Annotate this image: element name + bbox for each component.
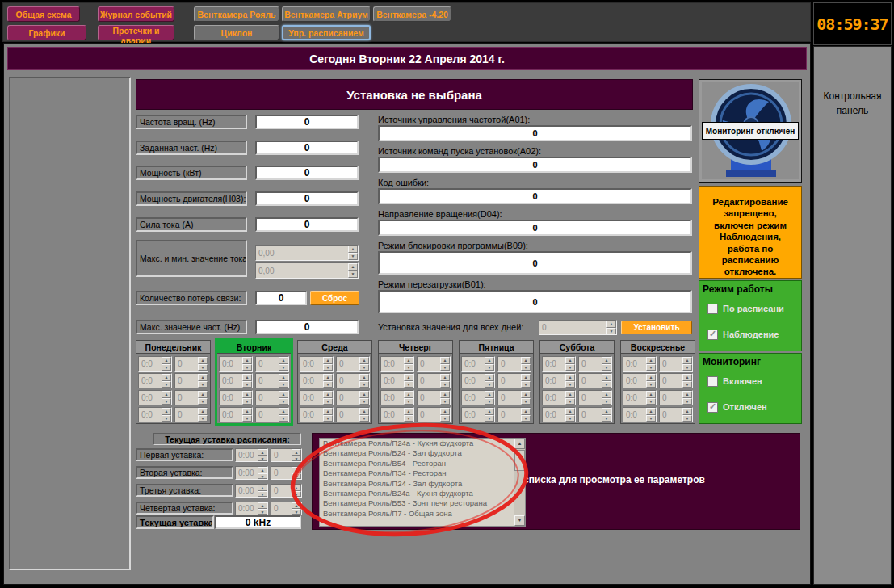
time-spinner[interactable]: 0:0▲▼ <box>219 356 253 372</box>
scroll-down-icon[interactable]: ▼ <box>514 515 525 526</box>
spinner-arrows[interactable]: ▲▼ <box>646 408 656 422</box>
monitoring-option[interactable]: Отключен <box>707 401 801 414</box>
spinner-down-icon[interactable]: ▼ <box>485 398 494 405</box>
spinner-down-icon[interactable]: ▼ <box>162 381 171 388</box>
value-spinner[interactable]: 0▲▼ <box>336 356 370 372</box>
spinner-up-icon[interactable]: ▲ <box>279 391 288 398</box>
spinner-up-icon[interactable]: ▲ <box>198 374 208 381</box>
spinner-up-icon[interactable]: ▲ <box>348 263 358 271</box>
spinner-arrows[interactable]: ▲▼ <box>162 391 171 405</box>
mode-option[interactable]: По расписани <box>707 302 801 315</box>
spinner-down-icon[interactable]: ▼ <box>323 364 333 372</box>
time-spinner[interactable]: 0:0▲▼ <box>380 390 414 405</box>
time-spinner[interactable]: 0:0▲▼ <box>219 373 253 388</box>
spinner-arrows[interactable]: ▲▼ <box>359 374 369 388</box>
spinner-down-icon[interactable]: ▼ <box>198 415 208 422</box>
spinner-down-icon[interactable]: ▼ <box>485 364 494 372</box>
spinner-up-icon[interactable]: ▲ <box>198 391 208 398</box>
unit-list-item[interactable]: Венткамера Рояль/П7 - Общая зона <box>320 509 525 519</box>
spinner-up-icon[interactable]: ▲ <box>440 357 450 364</box>
spinner-up-icon[interactable]: ▲ <box>440 374 450 381</box>
toolbar-button[interactable]: Графики <box>7 25 86 40</box>
spinner-down-icon[interactable]: ▼ <box>565 364 575 372</box>
value-spinner[interactable]: 0▲▼ <box>659 356 693 372</box>
spinner-down-icon[interactable]: ▼ <box>359 415 369 422</box>
spinner-arrows[interactable]: ▲▼ <box>359 408 369 422</box>
spinner-arrows[interactable]: ▲▼ <box>485 408 494 422</box>
time-spinner[interactable]: 0:0▲▼ <box>219 390 253 405</box>
checkbox-icon[interactable] <box>707 330 718 340</box>
value-spinner[interactable]: 0▲▼ <box>417 390 451 405</box>
value-spinner[interactable]: 0▲▼ <box>174 356 208 372</box>
spinner-arrows[interactable]: ▲▼ <box>162 374 171 388</box>
spinner-up-icon[interactable]: ▲ <box>521 408 531 415</box>
spinner-arrows[interactable]: ▲▼ <box>258 467 267 479</box>
spinner-down-icon[interactable]: ▼ <box>198 364 208 372</box>
spinner-down-icon[interactable]: ▼ <box>404 364 413 372</box>
spinner-down-icon[interactable]: ▼ <box>682 364 692 372</box>
spinner-down-icon[interactable]: ▼ <box>440 364 450 372</box>
spinner-up-icon[interactable]: ▲ <box>258 467 267 473</box>
time-spinner[interactable]: 0:0▲▼ <box>461 373 495 388</box>
spinner-down-icon[interactable]: ▼ <box>258 473 267 480</box>
spinner-arrows[interactable]: ▲▼ <box>682 357 692 371</box>
spinner-down-icon[interactable]: ▼ <box>348 271 358 278</box>
spinner-arrows[interactable]: ▲▼ <box>602 391 611 405</box>
spinner-up-icon[interactable]: ▲ <box>646 391 656 398</box>
spinner-arrows[interactable]: ▲▼ <box>521 408 531 422</box>
spinner-up-icon[interactable]: ▲ <box>242 374 252 381</box>
spinner-up-icon[interactable]: ▲ <box>485 374 494 381</box>
setpoint-time-spinner[interactable]: 0:00▲▼ <box>235 466 268 480</box>
spinner-down-icon[interactable]: ▼ <box>521 415 531 422</box>
spinner-up-icon[interactable]: ▲ <box>521 391 531 398</box>
time-spinner[interactable]: 0:0▲▼ <box>623 373 657 388</box>
spinner-arrows[interactable]: ▲▼ <box>565 357 575 371</box>
spinner-arrows[interactable]: ▲▼ <box>565 391 575 405</box>
setpoint-time-spinner[interactable]: 0:00▲▼ <box>235 448 268 462</box>
spinner-down-icon[interactable]: ▼ <box>279 415 288 422</box>
spinner-down-icon[interactable]: ▼ <box>606 328 616 335</box>
spinner-up-icon[interactable]: ▲ <box>404 357 413 364</box>
spinner-arrows[interactable]: ▲▼ <box>602 374 611 388</box>
spinner-up-icon[interactable]: ▲ <box>359 408 369 415</box>
spinner-up-icon[interactable]: ▲ <box>565 374 575 381</box>
spinner-up-icon[interactable]: ▲ <box>359 391 369 398</box>
unit-listbox[interactable]: ▲ ▼ Венткамера Рояль/П24а - Кухня фудкор… <box>319 438 526 527</box>
checkbox-icon[interactable] <box>707 304 718 314</box>
spinner-arrows[interactable]: ▲▼ <box>198 374 208 388</box>
spinner-up-icon[interactable]: ▲ <box>279 374 288 381</box>
monitoring-option[interactable]: Включен <box>707 375 801 388</box>
spinner-arrows[interactable]: ▲▼ <box>279 408 288 422</box>
spinner-arrows[interactable]: ▲▼ <box>682 408 692 422</box>
spinner-down-icon[interactable]: ▼ <box>404 381 413 388</box>
spinner-arrows[interactable]: ▲▼ <box>348 246 358 260</box>
value-spinner[interactable]: 0▲▼ <box>336 390 370 405</box>
spinner-up-icon[interactable]: ▲ <box>359 357 369 364</box>
spinner-up-icon[interactable]: ▲ <box>565 408 575 415</box>
spinner-down-icon[interactable]: ▼ <box>162 398 171 405</box>
time-spinner[interactable]: 0:0▲▼ <box>623 407 657 422</box>
unit-list-item[interactable]: Венткамера Рояль/В24а - Кухня фудкорта <box>320 489 525 498</box>
spinner-down-icon[interactable]: ▼ <box>646 381 656 388</box>
spinner-down-icon[interactable]: ▼ <box>292 491 301 498</box>
time-spinner[interactable]: 0:0▲▼ <box>138 390 172 405</box>
spinner-arrows[interactable]: ▲▼ <box>279 374 288 388</box>
spinner-arrows[interactable]: ▲▼ <box>323 408 333 422</box>
setpoint-time-spinner[interactable]: 0:00▲▼ <box>235 484 268 498</box>
spinner-down-icon[interactable]: ▼ <box>682 398 692 405</box>
all-days-spinner[interactable]: 0 ▲▼ <box>539 320 617 335</box>
spinner-arrows[interactable]: ▲▼ <box>440 357 450 371</box>
spinner-down-icon[interactable]: ▼ <box>198 381 208 388</box>
toolbar-button[interactable]: Циклон <box>194 25 279 40</box>
spinner-down-icon[interactable]: ▼ <box>258 509 267 515</box>
spinner-down-icon[interactable]: ▼ <box>682 381 692 388</box>
spinner-arrows[interactable]: ▲▼ <box>323 357 333 371</box>
spinner-down-icon[interactable]: ▼ <box>242 381 252 388</box>
spinner-arrows[interactable]: ▲▼ <box>602 408 611 422</box>
spinner-down-icon[interactable]: ▼ <box>258 491 267 498</box>
value-spinner[interactable]: 0▲▼ <box>578 407 612 422</box>
time-spinner[interactable]: 0:0▲▼ <box>300 373 334 388</box>
spinner-arrows[interactable]: ▲▼ <box>292 449 301 461</box>
spinner-up-icon[interactable]: ▲ <box>258 449 267 456</box>
spinner-down-icon[interactable]: ▼ <box>565 381 575 388</box>
